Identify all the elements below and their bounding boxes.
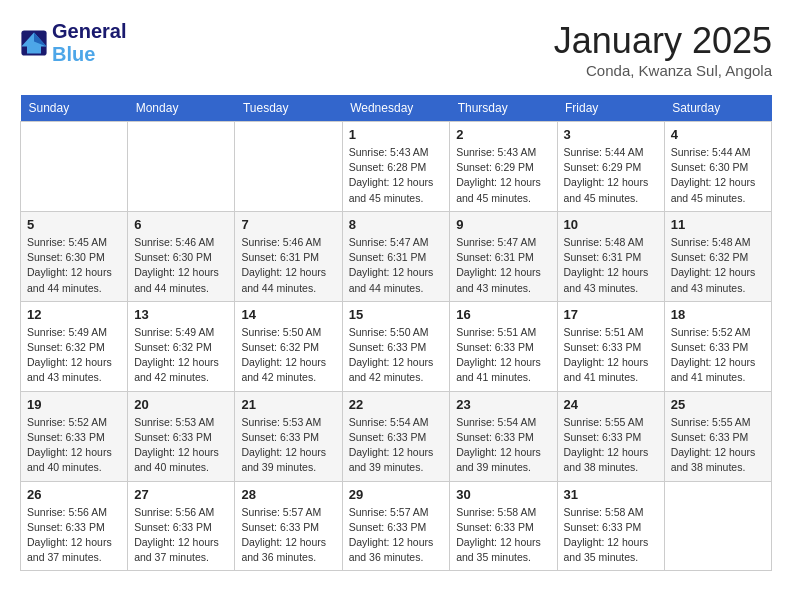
day-number: 23: [456, 397, 550, 412]
calendar-cell: 28Sunrise: 5:57 AM Sunset: 6:33 PM Dayli…: [235, 481, 342, 571]
calendar-cell: [21, 122, 128, 212]
month-year: January 2025: [554, 20, 772, 62]
day-info: Sunrise: 5:44 AM Sunset: 6:29 PM Dayligh…: [564, 145, 658, 206]
day-info: Sunrise: 5:44 AM Sunset: 6:30 PM Dayligh…: [671, 145, 765, 206]
day-number: 30: [456, 487, 550, 502]
calendar-cell: 15Sunrise: 5:50 AM Sunset: 6:33 PM Dayli…: [342, 301, 450, 391]
day-number: 25: [671, 397, 765, 412]
day-info: Sunrise: 5:53 AM Sunset: 6:33 PM Dayligh…: [241, 415, 335, 476]
day-info: Sunrise: 5:53 AM Sunset: 6:33 PM Dayligh…: [134, 415, 228, 476]
day-info: Sunrise: 5:43 AM Sunset: 6:29 PM Dayligh…: [456, 145, 550, 206]
calendar-cell: 21Sunrise: 5:53 AM Sunset: 6:33 PM Dayli…: [235, 391, 342, 481]
day-number: 16: [456, 307, 550, 322]
day-header-monday: Monday: [128, 95, 235, 122]
day-number: 19: [27, 397, 121, 412]
day-info: Sunrise: 5:57 AM Sunset: 6:33 PM Dayligh…: [241, 505, 335, 566]
day-info: Sunrise: 5:57 AM Sunset: 6:33 PM Dayligh…: [349, 505, 444, 566]
calendar-cell: 29Sunrise: 5:57 AM Sunset: 6:33 PM Dayli…: [342, 481, 450, 571]
day-info: Sunrise: 5:47 AM Sunset: 6:31 PM Dayligh…: [349, 235, 444, 296]
day-number: 14: [241, 307, 335, 322]
day-number: 18: [671, 307, 765, 322]
calendar-cell: 19Sunrise: 5:52 AM Sunset: 6:33 PM Dayli…: [21, 391, 128, 481]
calendar-cell: 10Sunrise: 5:48 AM Sunset: 6:31 PM Dayli…: [557, 211, 664, 301]
calendar-cell: [128, 122, 235, 212]
calendar-cell: 30Sunrise: 5:58 AM Sunset: 6:33 PM Dayli…: [450, 481, 557, 571]
day-info: Sunrise: 5:46 AM Sunset: 6:30 PM Dayligh…: [134, 235, 228, 296]
page-header: General Blue January 2025 Conda, Kwanza …: [20, 20, 772, 79]
calendar-cell: 2Sunrise: 5:43 AM Sunset: 6:29 PM Daylig…: [450, 122, 557, 212]
day-number: 12: [27, 307, 121, 322]
calendar-cell: 16Sunrise: 5:51 AM Sunset: 6:33 PM Dayli…: [450, 301, 557, 391]
calendar-cell: 23Sunrise: 5:54 AM Sunset: 6:33 PM Dayli…: [450, 391, 557, 481]
day-number: 28: [241, 487, 335, 502]
day-number: 2: [456, 127, 550, 142]
calendar-table: SundayMondayTuesdayWednesdayThursdayFrid…: [20, 95, 772, 571]
day-number: 21: [241, 397, 335, 412]
day-number: 17: [564, 307, 658, 322]
day-info: Sunrise: 5:58 AM Sunset: 6:33 PM Dayligh…: [564, 505, 658, 566]
day-info: Sunrise: 5:47 AM Sunset: 6:31 PM Dayligh…: [456, 235, 550, 296]
logo: General Blue: [20, 20, 126, 66]
day-number: 31: [564, 487, 658, 502]
day-header-tuesday: Tuesday: [235, 95, 342, 122]
day-number: 8: [349, 217, 444, 232]
day-number: 20: [134, 397, 228, 412]
calendar-cell: 6Sunrise: 5:46 AM Sunset: 6:30 PM Daylig…: [128, 211, 235, 301]
day-info: Sunrise: 5:46 AM Sunset: 6:31 PM Dayligh…: [241, 235, 335, 296]
week-row-5: 26Sunrise: 5:56 AM Sunset: 6:33 PM Dayli…: [21, 481, 772, 571]
day-header-friday: Friday: [557, 95, 664, 122]
day-header-wednesday: Wednesday: [342, 95, 450, 122]
calendar-cell: 4Sunrise: 5:44 AM Sunset: 6:30 PM Daylig…: [664, 122, 771, 212]
week-row-4: 19Sunrise: 5:52 AM Sunset: 6:33 PM Dayli…: [21, 391, 772, 481]
day-info: Sunrise: 5:54 AM Sunset: 6:33 PM Dayligh…: [456, 415, 550, 476]
day-info: Sunrise: 5:52 AM Sunset: 6:33 PM Dayligh…: [27, 415, 121, 476]
day-info: Sunrise: 5:54 AM Sunset: 6:33 PM Dayligh…: [349, 415, 444, 476]
location: Conda, Kwanza Sul, Angola: [554, 62, 772, 79]
calendar-cell: 26Sunrise: 5:56 AM Sunset: 6:33 PM Dayli…: [21, 481, 128, 571]
calendar-cell: 22Sunrise: 5:54 AM Sunset: 6:33 PM Dayli…: [342, 391, 450, 481]
calendar-cell: 1Sunrise: 5:43 AM Sunset: 6:28 PM Daylig…: [342, 122, 450, 212]
day-header-sunday: Sunday: [21, 95, 128, 122]
calendar-cell: 5Sunrise: 5:45 AM Sunset: 6:30 PM Daylig…: [21, 211, 128, 301]
title-block: January 2025 Conda, Kwanza Sul, Angola: [554, 20, 772, 79]
day-number: 11: [671, 217, 765, 232]
calendar-cell: 25Sunrise: 5:55 AM Sunset: 6:33 PM Dayli…: [664, 391, 771, 481]
calendar-cell: 14Sunrise: 5:50 AM Sunset: 6:32 PM Dayli…: [235, 301, 342, 391]
week-row-2: 5Sunrise: 5:45 AM Sunset: 6:30 PM Daylig…: [21, 211, 772, 301]
day-info: Sunrise: 5:58 AM Sunset: 6:33 PM Dayligh…: [456, 505, 550, 566]
day-info: Sunrise: 5:55 AM Sunset: 6:33 PM Dayligh…: [671, 415, 765, 476]
day-info: Sunrise: 5:51 AM Sunset: 6:33 PM Dayligh…: [564, 325, 658, 386]
day-header-thursday: Thursday: [450, 95, 557, 122]
week-row-1: 1Sunrise: 5:43 AM Sunset: 6:28 PM Daylig…: [21, 122, 772, 212]
logo-icon: [20, 29, 48, 57]
calendar-cell: 20Sunrise: 5:53 AM Sunset: 6:33 PM Dayli…: [128, 391, 235, 481]
day-info: Sunrise: 5:50 AM Sunset: 6:32 PM Dayligh…: [241, 325, 335, 386]
day-header-saturday: Saturday: [664, 95, 771, 122]
day-info: Sunrise: 5:45 AM Sunset: 6:30 PM Dayligh…: [27, 235, 121, 296]
calendar-cell: 31Sunrise: 5:58 AM Sunset: 6:33 PM Dayli…: [557, 481, 664, 571]
day-info: Sunrise: 5:50 AM Sunset: 6:33 PM Dayligh…: [349, 325, 444, 386]
calendar-cell: 13Sunrise: 5:49 AM Sunset: 6:32 PM Dayli…: [128, 301, 235, 391]
calendar-cell: 11Sunrise: 5:48 AM Sunset: 6:32 PM Dayli…: [664, 211, 771, 301]
day-info: Sunrise: 5:49 AM Sunset: 6:32 PM Dayligh…: [134, 325, 228, 386]
day-info: Sunrise: 5:48 AM Sunset: 6:31 PM Dayligh…: [564, 235, 658, 296]
day-number: 3: [564, 127, 658, 142]
day-info: Sunrise: 5:56 AM Sunset: 6:33 PM Dayligh…: [134, 505, 228, 566]
day-number: 22: [349, 397, 444, 412]
calendar-cell: 17Sunrise: 5:51 AM Sunset: 6:33 PM Dayli…: [557, 301, 664, 391]
day-number: 29: [349, 487, 444, 502]
calendar-cell: [664, 481, 771, 571]
day-number: 6: [134, 217, 228, 232]
day-info: Sunrise: 5:56 AM Sunset: 6:33 PM Dayligh…: [27, 505, 121, 566]
day-info: Sunrise: 5:55 AM Sunset: 6:33 PM Dayligh…: [564, 415, 658, 476]
day-number: 7: [241, 217, 335, 232]
day-number: 4: [671, 127, 765, 142]
day-number: 26: [27, 487, 121, 502]
logo-text: General Blue: [52, 20, 126, 66]
day-number: 5: [27, 217, 121, 232]
calendar-cell: 24Sunrise: 5:55 AM Sunset: 6:33 PM Dayli…: [557, 391, 664, 481]
calendar-cell: 18Sunrise: 5:52 AM Sunset: 6:33 PM Dayli…: [664, 301, 771, 391]
day-number: 10: [564, 217, 658, 232]
day-info: Sunrise: 5:48 AM Sunset: 6:32 PM Dayligh…: [671, 235, 765, 296]
calendar-cell: 27Sunrise: 5:56 AM Sunset: 6:33 PM Dayli…: [128, 481, 235, 571]
